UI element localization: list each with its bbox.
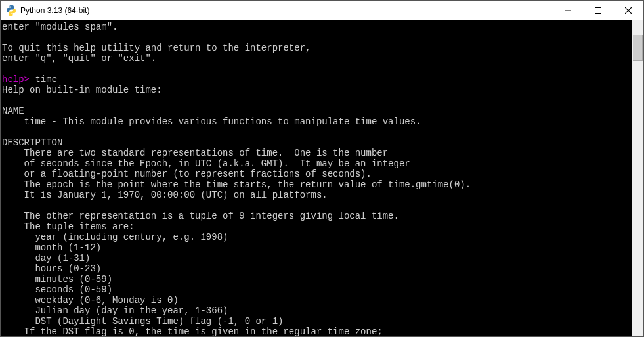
vertical-scrollbar[interactable] — [632, 20, 643, 336]
console-line: If the DST flag is 0, the time is given … — [2, 326, 632, 336]
titlebar[interactable]: Python 3.13 (64-bit) — [1, 1, 643, 20]
maximize-icon — [595, 7, 601, 14]
console-line: help> time — [2, 74, 632, 85]
help-prompt: help> — [2, 74, 35, 85]
console-line: To quit this help utility and return to … — [2, 43, 632, 53]
console-line: weekday (0-6, Monday is 0) — [2, 295, 632, 305]
console-line: seconds (0-59) — [2, 284, 632, 295]
console-line: of seconds since the Epoch, in UTC (a.k.… — [2, 158, 632, 169]
close-icon — [625, 7, 632, 14]
console-line — [2, 95, 632, 106]
console-line: day (1-31) — [2, 253, 632, 263]
console-line: The tuple items are: — [2, 221, 632, 232]
console-line: minutes (0-59) — [2, 274, 632, 284]
console-line: enter "modules spam". — [2, 22, 632, 32]
svg-rect-1 — [595, 7, 601, 13]
window-title: Python 3.13 (64-bit) — [20, 6, 553, 15]
close-button[interactable] — [613, 1, 643, 20]
console-line: enter "q", "quit" or "exit". — [2, 53, 632, 64]
console-line: time - This module provides various func… — [2, 116, 632, 127]
console-line: or a floating-point number (to represent… — [2, 169, 632, 179]
maximize-button[interactable] — [583, 1, 613, 20]
console-area: enter "modules spam". To quit this help … — [1, 20, 643, 336]
console-line: hours (0-23) — [2, 263, 632, 274]
console-line: DESCRIPTION — [2, 137, 632, 148]
console-line — [2, 64, 632, 74]
console-line: NAME — [2, 106, 632, 116]
minimize-button[interactable] — [553, 1, 583, 20]
console-line — [2, 200, 632, 211]
console-line: year (including century, e.g. 1998) — [2, 232, 632, 242]
console-line: There are two standard representations o… — [2, 148, 632, 158]
window-controls — [553, 1, 643, 20]
console-line — [2, 127, 632, 137]
console-line: The other representation is a tuple of 9… — [2, 211, 632, 221]
console-line: Help on built-in module time: — [2, 85, 632, 95]
python-icon — [6, 5, 16, 16]
console-line: Julian day (day in the year, 1-366) — [2, 305, 632, 316]
console-line: month (1-12) — [2, 242, 632, 253]
application-window: Python 3.13 (64-bit) enter "modules spam — [0, 0, 644, 337]
scrollbar-thumb[interactable] — [633, 35, 643, 61]
minimize-icon — [565, 7, 571, 14]
console-line: It is January 1, 1970, 00:00:00 (UTC) on… — [2, 190, 632, 200]
console-line: DST (Daylight Savings Time) flag (-1, 0 … — [2, 316, 632, 326]
console-line — [2, 32, 632, 43]
console-output[interactable]: enter "modules spam". To quit this help … — [1, 20, 632, 336]
console-line: The epoch is the point where the time st… — [2, 179, 632, 190]
prompt-input-text: time — [35, 74, 57, 85]
